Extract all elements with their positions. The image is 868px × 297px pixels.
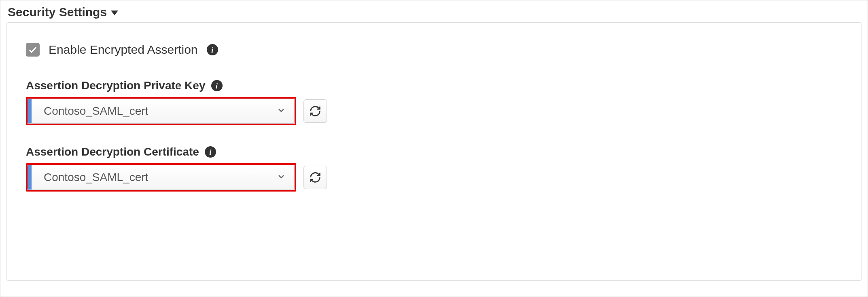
certificate-value: Contoso_SAML_cert	[44, 171, 148, 184]
security-settings-panel: Enable Encrypted Assertion i Assertion D…	[6, 22, 862, 281]
private-key-highlight: Contoso_SAML_cert	[26, 97, 296, 125]
certificate-label-row: Assertion Decryption Certificate i	[26, 145, 842, 158]
certificate-highlight: Contoso_SAML_cert	[26, 163, 296, 192]
refresh-icon	[309, 105, 321, 117]
enable-encrypted-row: Enable Encrypted Assertion i	[26, 43, 842, 57]
private-key-refresh-button[interactable]	[303, 99, 327, 123]
check-icon	[28, 45, 38, 55]
certificate-refresh-button[interactable]	[303, 166, 327, 189]
private-key-value: Contoso_SAML_cert	[44, 105, 148, 118]
certificate-input-row: Contoso_SAML_cert	[26, 163, 842, 192]
private-key-label: Assertion Decryption Private Key	[26, 79, 206, 92]
chevron-down-icon	[276, 172, 286, 183]
enable-encrypted-checkbox[interactable]	[26, 43, 40, 57]
section-header[interactable]: Security Settings	[0, 0, 868, 22]
private-key-field: Assertion Decryption Private Key i Conto…	[26, 79, 842, 125]
certificate-field: Assertion Decryption Certificate i Conto…	[26, 145, 842, 192]
section-title: Security Settings	[8, 5, 107, 19]
info-icon[interactable]: i	[205, 146, 216, 158]
private-key-input-row: Contoso_SAML_cert	[26, 97, 842, 125]
enable-encrypted-label: Enable Encrypted Assertion	[49, 43, 198, 57]
chevron-down-icon	[276, 105, 286, 117]
private-key-select[interactable]: Contoso_SAML_cert	[28, 99, 295, 124]
refresh-icon	[309, 171, 321, 183]
security-settings-container: Security Settings Enable Encrypted Asser…	[0, 0, 868, 297]
caret-down-icon	[111, 11, 118, 15]
info-icon[interactable]: i	[211, 80, 223, 91]
private-key-label-row: Assertion Decryption Private Key i	[26, 79, 842, 92]
info-icon[interactable]: i	[207, 44, 218, 55]
certificate-label: Assertion Decryption Certificate	[26, 145, 199, 158]
certificate-select[interactable]: Contoso_SAML_cert	[28, 165, 295, 190]
